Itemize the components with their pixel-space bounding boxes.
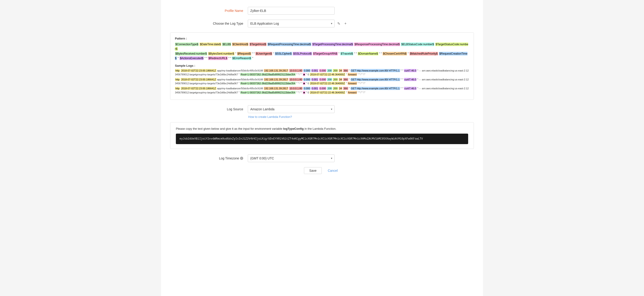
add-log-type-button[interactable]: + xyxy=(343,20,348,26)
token-elb-status: $ELBStatusCode:number$ xyxy=(401,42,434,46)
pattern-label: Pattern : xyxy=(175,37,469,40)
lambda-code-block: eyJsb2dUeXBlIjoiY2xvdWRmcm9udGdxZyIsInJl… xyxy=(176,134,468,144)
token-domainname: $DomainName$ xyxy=(358,52,378,56)
timezone-info-icon: i xyxy=(240,157,243,160)
token-bytes-recv: $BytesReceived:number$ xyxy=(175,52,207,56)
pattern-section: Pattern : $ConnectionType$ $DateTime:dat… xyxy=(170,32,474,100)
log-timezone-row: Log Timezone i (GMT 0:00) UTC ▾ xyxy=(170,154,474,162)
token-resp-proc-time: $ResponseProcessingTime:decimal$ xyxy=(354,42,400,46)
action-buttons-row: Save Cancel xyxy=(170,167,474,174)
log-line-2: http 2018-07-02T22:23:00.186641Z app/my-… xyxy=(175,78,469,86)
token-targethost: $TargetHost$ xyxy=(250,42,266,46)
log-type-select-wrapper: ELB Application Log ▾ xyxy=(248,20,334,28)
profile-name-input[interactable] xyxy=(248,7,334,14)
token-redirecturl: $RedirectURL$ xyxy=(208,56,228,60)
log-timezone-label: Log Timezone i xyxy=(170,156,248,160)
token-req-proc-time: $RequestProcessingTime:decimal$ xyxy=(268,42,311,46)
lambda-link-row: How to create Lambda Function? xyxy=(170,115,474,118)
token-sslprotocol: $SSLProtocol$ xyxy=(293,52,312,56)
token-tgt-proc-time: $TargetProcessingTime:decimal$ xyxy=(312,42,353,46)
log-source-row: Log Source Amazon Lambda ▾ xyxy=(170,105,474,113)
token-sslcipher: $SSLCipher$ xyxy=(275,52,292,56)
token-request: $Request$ xyxy=(237,52,251,56)
token-connection-type: $ConnectionType$ xyxy=(175,42,199,46)
sample-logs-label: Sample Logs : xyxy=(175,64,469,68)
token-chosencertarn: $ChosenCertARN$ xyxy=(382,52,407,56)
lambda-description: Please copy the text given below and giv… xyxy=(176,127,468,130)
profile-name-label: Profile Name xyxy=(170,9,248,12)
lambda-config-section: Please copy the text given below and giv… xyxy=(170,122,474,149)
token-errorreason: $ErrorReason$ xyxy=(232,56,252,60)
log-line-1: http 2018-07-02T22:23:00.186641Z app/my-… xyxy=(175,69,469,77)
log-type-select[interactable]: ELB Application Log xyxy=(248,20,334,28)
token-bytes-sent: $BytesSent:number$ xyxy=(208,52,234,56)
pattern-tokens: $ConnectionType$ $DateTime:date$ $ELB$ $… xyxy=(175,42,469,61)
token-matchedrulepriority: $MatchedRulePriority$ xyxy=(410,52,438,56)
lambda-function-link[interactable]: How to create Lambda Function? xyxy=(248,115,292,118)
log-source-select[interactable]: Amazon Lambda xyxy=(248,105,334,113)
cancel-button[interactable]: Cancel xyxy=(326,168,340,174)
token-clienthost: $ClientHost$ xyxy=(232,42,249,46)
save-button[interactable]: Save xyxy=(304,167,322,174)
token-actionsexecuted: $ActionsExecuted$ xyxy=(180,56,204,60)
page-container: Profile Name Choose the Log Type ELB App… xyxy=(161,0,483,296)
profile-name-row: Profile Name xyxy=(170,7,474,14)
log-type-row: Choose the Log Type ELB Application Log … xyxy=(170,20,474,28)
log-timezone-select-wrapper: (GMT 0:00) UTC ▾ xyxy=(248,154,334,162)
log-timezone-select[interactable]: (GMT 0:00) UTC xyxy=(248,154,334,162)
log-source-select-wrapper: Amazon Lambda ▾ xyxy=(248,105,334,113)
token-elb: $ELB$ xyxy=(222,42,231,46)
log-line-3: http 2018-07-02T22:23:00.186641Z app/my-… xyxy=(175,86,469,94)
token-targetgrouparn: $TargetGroupARN$ xyxy=(313,52,338,56)
edit-log-type-button[interactable]: ✎ xyxy=(336,20,342,27)
log-source-label: Log Source xyxy=(170,107,248,111)
lambda-variable-name: logTypeConfig xyxy=(283,127,304,130)
log-type-label: Choose the Log Type xyxy=(170,22,248,25)
token-traceid: $TraceId$ xyxy=(340,52,354,56)
token-datetime: $DateTime:date$ xyxy=(199,42,221,46)
token-useragent: $UserAgent$ xyxy=(255,52,272,56)
